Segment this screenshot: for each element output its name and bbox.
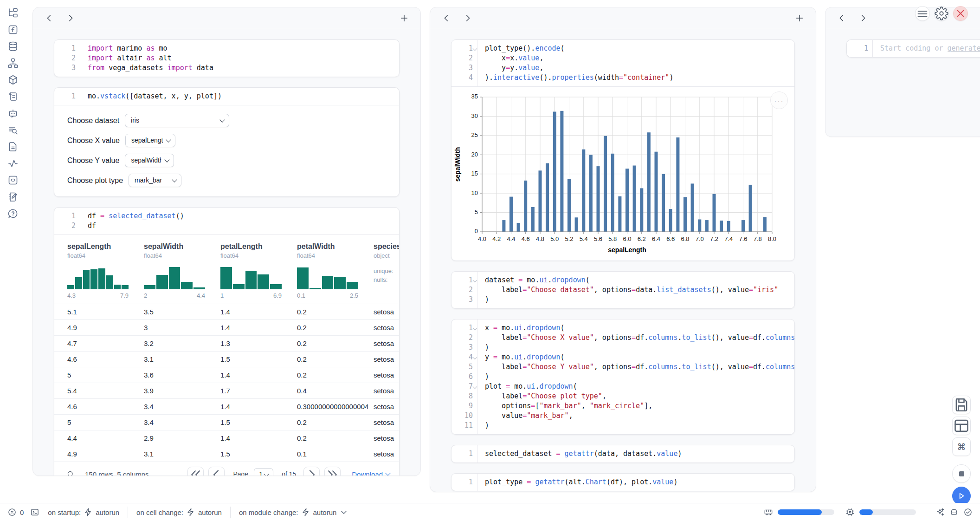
zap-icon xyxy=(301,508,310,517)
chevron-right-icon xyxy=(463,13,473,25)
search-icon[interactable] xyxy=(66,470,75,476)
zap-icon xyxy=(186,508,195,517)
table-column-header[interactable]: sepalLengthfloat644.37.9 xyxy=(67,242,144,304)
notebook-columns: 123import marimo as moimport altair as a… xyxy=(26,0,980,492)
column-2-add-cell-button[interactable] xyxy=(794,13,805,23)
table-row[interactable]: 4.63.11.50.2setosa xyxy=(54,351,399,367)
shutdown-button[interactable] xyxy=(953,6,968,21)
choose-x-value-select[interactable]: sepalLength xyxy=(125,134,175,147)
sidebar-item-help[interactable] xyxy=(7,208,19,219)
altair-chart[interactable]: 051015202530354.04.24.44.64.85.05.25.45.… xyxy=(451,87,794,260)
on-module-change-setting[interactable]: on module change: autorun xyxy=(239,508,348,517)
generate-with-ai-link[interactable]: generate xyxy=(948,44,980,52)
interrupt-button[interactable] xyxy=(952,464,971,483)
sidebar-item-logs-search[interactable] xyxy=(7,124,19,136)
sidebar-item-file-tree[interactable] xyxy=(7,7,19,19)
table-row[interactable]: 4.931.40.2setosa xyxy=(54,319,399,335)
svg-text:6.4: 6.4 xyxy=(652,235,660,242)
last-page-button[interactable] xyxy=(324,467,341,476)
code-lines: x = mo.ui.dropdown( label="Choose X valu… xyxy=(477,319,794,434)
line-numbers: 1 xyxy=(451,474,477,491)
chevrons-left-icon xyxy=(188,467,203,476)
table-row[interactable]: 4.73.21.30.2setosa xyxy=(54,335,399,351)
svg-text:5.2: 5.2 xyxy=(565,235,573,242)
sidebar-item-network[interactable] xyxy=(7,58,19,69)
svg-text:6.6: 6.6 xyxy=(666,235,675,242)
on-startup-setting[interactable]: on startup: autorun xyxy=(48,508,119,517)
chart-actions-button[interactable]: ··· xyxy=(770,91,788,109)
copilot-icon[interactable] xyxy=(949,508,959,517)
code-editor[interactable]: 1plot_type = getattr(alt.Chart(df), plot… xyxy=(451,474,794,491)
table-row[interactable]: 4.63.41.40.30000000000000004setosa xyxy=(54,398,399,414)
sidebar-item-function-square[interactable] xyxy=(7,24,19,35)
sidebar-item-database[interactable] xyxy=(7,41,19,52)
settings-button[interactable] xyxy=(934,6,949,21)
column-3-prev-button[interactable] xyxy=(837,13,847,23)
svg-text:7.6: 7.6 xyxy=(739,235,747,242)
sidebar-item-scroll-text[interactable] xyxy=(7,91,19,102)
download-button[interactable]: Download xyxy=(352,470,390,476)
save-notebook-button[interactable] xyxy=(952,396,971,414)
run-cells-button[interactable] xyxy=(952,487,971,505)
first-page-button[interactable] xyxy=(187,467,204,476)
choose-plot-type-select[interactable]: mark_bar xyxy=(129,174,181,187)
close-x-icon xyxy=(954,7,967,22)
code-editor[interactable]: 12df = selected_dataset()df xyxy=(54,208,399,234)
page-select[interactable]: 1 xyxy=(254,468,273,476)
notebook-cell-empty-cell: 1Start coding or generate with AI xyxy=(846,39,980,58)
column-1-add-cell-button[interactable] xyxy=(399,13,409,23)
code-editor[interactable]: 1234plot_type().encode( x=x.value, y=y.v… xyxy=(451,40,794,86)
sidebar-item-activity[interactable] xyxy=(7,158,19,169)
check-circle-icon[interactable] xyxy=(963,508,973,517)
sparkles-icon[interactable] xyxy=(935,508,945,517)
code-editor[interactable]: 1234567891011x = mo.ui.dropdown( label="… xyxy=(451,319,794,434)
table-row[interactable]: 5.43.91.70.4setosa xyxy=(54,383,399,398)
sidebar-item-code-snippet[interactable] xyxy=(7,175,19,186)
column-2-prev-button[interactable] xyxy=(441,13,451,23)
table-row[interactable]: 53.41.50.2setosa xyxy=(54,414,399,430)
column-2-next-button[interactable] xyxy=(463,13,473,23)
previous-page-button[interactable] xyxy=(208,467,225,476)
code-editor[interactable]: 123dataset = mo.ui.dropdown( label="Choo… xyxy=(451,272,794,308)
sidebar-item-package[interactable] xyxy=(7,74,19,85)
code-lines: plot_type().encode( x=x.value, y=y.value… xyxy=(477,40,677,86)
sidebar-item-chat-bot[interactable] xyxy=(7,108,19,119)
command-palette-button[interactable]: ⌘ xyxy=(952,437,971,456)
table-column-header[interactable]: petalLengthfloat6416.9 xyxy=(220,242,297,304)
sidebar xyxy=(0,0,26,503)
empty-code-editor[interactable]: 1Start coding or generate with AI xyxy=(847,40,980,57)
error-indicator[interactable]: 0 xyxy=(7,508,24,517)
dropdown-label: Choose X value xyxy=(67,137,120,145)
notebook-menu-button[interactable] xyxy=(915,6,930,21)
svg-text:sepalWidth: sepalWidth xyxy=(454,147,461,182)
choose-dataset-select[interactable]: iris xyxy=(125,114,229,127)
sidebar-item-document[interactable] xyxy=(7,141,19,152)
gear-icon xyxy=(935,7,948,22)
column-3-next-button[interactable] xyxy=(858,13,868,23)
table-row[interactable]: 4.93.11.50.1setosa xyxy=(54,446,399,462)
table-row[interactable]: 53.61.40.2setosa xyxy=(54,367,399,383)
sidebar-item-scratchpad[interactable] xyxy=(7,191,19,202)
code-editor[interactable]: 1mo.vstack([dataset, x, y, plot]) xyxy=(54,88,399,105)
document-icon xyxy=(7,141,19,154)
svg-text:25: 25 xyxy=(471,131,478,138)
column-1-prev-button[interactable] xyxy=(44,13,54,23)
svg-text:30: 30 xyxy=(471,112,478,119)
svg-text:4.4: 4.4 xyxy=(507,235,515,242)
table-row[interactable]: 4.42.91.40.2setosa xyxy=(54,430,399,446)
network-icon xyxy=(7,58,19,71)
table-row[interactable]: 5.13.51.40.2setosa xyxy=(54,304,399,319)
terminal-button[interactable] xyxy=(30,508,39,517)
code-editor[interactable]: 123import marimo as moimport altair as a… xyxy=(54,40,399,77)
column-1-next-button[interactable] xyxy=(65,13,76,23)
table-column-header[interactable]: sepalWidthfloat6424.4 xyxy=(144,242,220,304)
code-editor[interactable]: 1selected_dataset = getattr(data, datase… xyxy=(451,445,794,462)
table-column-header[interactable]: speciesobjectunique:nulls: xyxy=(374,242,399,304)
chevron-left-icon xyxy=(441,13,451,25)
choose-y-value-select[interactable]: sepalWidth xyxy=(125,154,174,167)
table-column-header[interactable]: petalWidthfloat640.12.5 xyxy=(297,242,374,304)
svg-text:4.0: 4.0 xyxy=(478,235,486,242)
next-page-button[interactable] xyxy=(303,467,320,476)
on-cell-change-setting[interactable]: on cell change: autorun xyxy=(136,508,222,517)
layout-select-button[interactable] xyxy=(952,417,971,435)
